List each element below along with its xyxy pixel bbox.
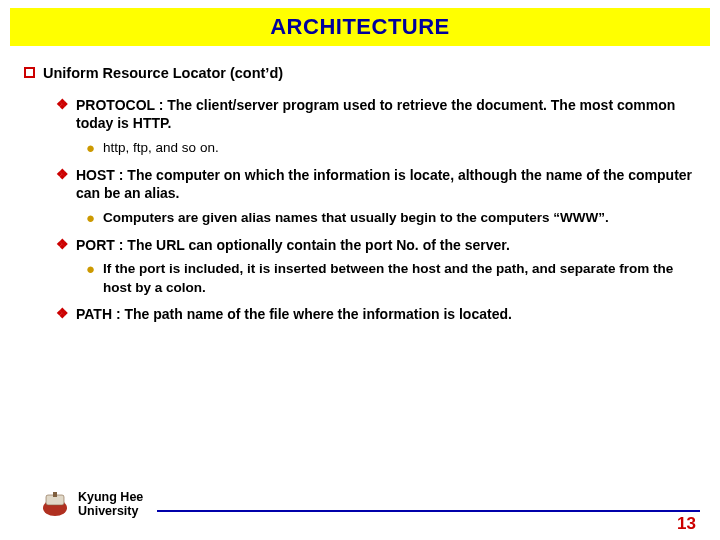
item-text: PROTOCOL : The client/server program use… bbox=[76, 96, 696, 134]
university-name: Kyung Hee University bbox=[78, 490, 143, 519]
slide-title: ARCHITECTURE bbox=[270, 14, 450, 40]
svg-rect-2 bbox=[53, 492, 57, 497]
diamond-bullet-icon: ❖ bbox=[56, 166, 69, 204]
subitem-text: Computers are given alias names that usu… bbox=[103, 209, 609, 227]
item-port: ❖ PORT : The URL can optionally contain … bbox=[56, 236, 696, 255]
item-text: PATH : The path name of the file where t… bbox=[76, 305, 512, 324]
item-protocol: ❖ PROTOCOL : The client/server program u… bbox=[56, 96, 696, 134]
page-number: 13 bbox=[677, 514, 696, 534]
uni-line1: Kyung Hee bbox=[78, 490, 143, 504]
disc-bullet-icon: ● bbox=[86, 260, 95, 296]
subitem: ● Computers are given alias names that u… bbox=[86, 209, 696, 227]
subitem-text: If the port is included, it is inserted … bbox=[103, 260, 696, 296]
diamond-bullet-icon: ❖ bbox=[56, 236, 69, 255]
subitem: ● If the port is included, it is inserte… bbox=[86, 260, 696, 296]
footer-divider bbox=[157, 510, 700, 512]
item-path: ❖ PATH : The path name of the file where… bbox=[56, 305, 696, 324]
item-host: ❖ HOST : The computer on which the infor… bbox=[56, 166, 696, 204]
disc-bullet-icon: ● bbox=[86, 209, 95, 227]
footer: Kyung Hee University bbox=[0, 482, 720, 526]
title-bar: ARCHITECTURE bbox=[10, 8, 710, 46]
university-logo-icon bbox=[40, 490, 70, 518]
diamond-bullet-icon: ❖ bbox=[56, 305, 69, 324]
item-text: PORT : The URL can optionally contain th… bbox=[76, 236, 510, 255]
slide-content: Uniform Resource Locator (cont’d) ❖ PROT… bbox=[0, 46, 720, 324]
diamond-bullet-icon: ❖ bbox=[56, 96, 69, 134]
subitem: ● http, ftp, and so on. bbox=[86, 139, 696, 157]
section-text: Uniform Resource Locator (cont’d) bbox=[43, 64, 283, 84]
disc-bullet-icon: ● bbox=[86, 139, 95, 157]
section-heading: Uniform Resource Locator (cont’d) bbox=[24, 64, 696, 84]
uni-line2: University bbox=[78, 504, 143, 518]
square-bullet-icon bbox=[24, 67, 35, 78]
subitem-text: http, ftp, and so on. bbox=[103, 139, 219, 157]
item-text: HOST : The computer on which the informa… bbox=[76, 166, 696, 204]
